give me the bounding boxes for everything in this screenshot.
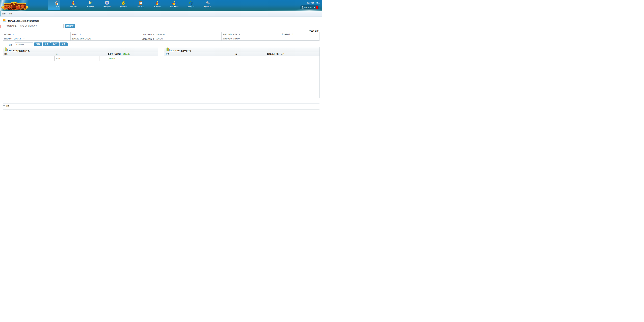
svg-text:$: $: [123, 3, 124, 5]
svg-text:JI XIANG RU YI: JI XIANG RU YI: [10, 9, 22, 10]
